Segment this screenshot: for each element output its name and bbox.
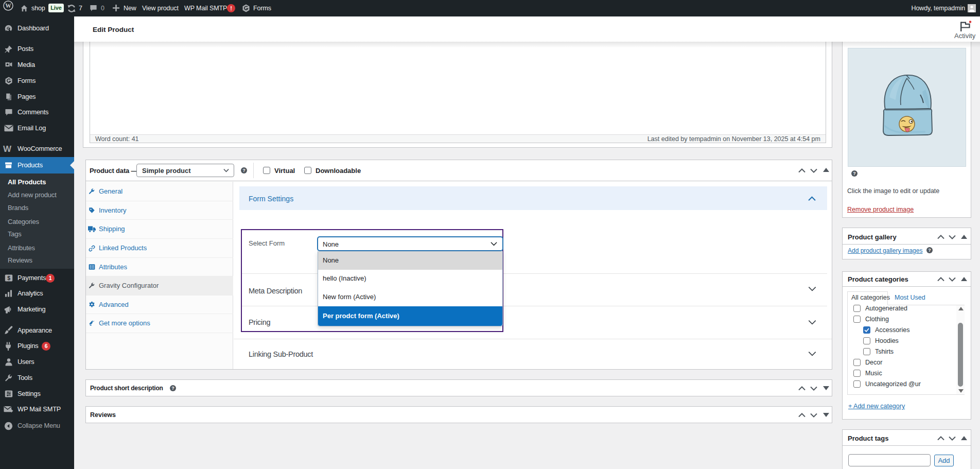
svg-text:$: $ (7, 275, 10, 281)
svg-text:W: W (3, 144, 12, 153)
